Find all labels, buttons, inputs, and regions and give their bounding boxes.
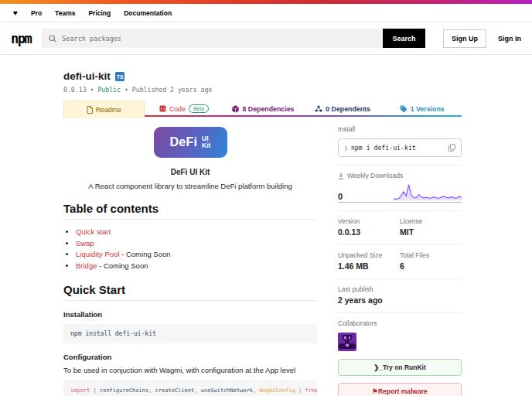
package-header: defi-ui-kit TS 0.0.13 • Public • Publish… [63, 55, 462, 94]
package-visibility: Public [97, 86, 121, 94]
logo-text-main: DeFi [170, 135, 197, 149]
list-item: Swap [76, 238, 317, 250]
readme-file-icon [87, 106, 93, 114]
code-file-icon [159, 105, 166, 112]
tab-dependencies-label: 8 Dependencies [242, 105, 294, 113]
copy-icon[interactable] [448, 144, 455, 152]
network-icon [315, 105, 322, 112]
toc-suffix: - Coming Soon [97, 261, 148, 270]
code-token: import [70, 387, 90, 394]
toc-link-quick-start[interactable]: Quick start [76, 227, 111, 236]
code-token: from [305, 387, 317, 394]
npm-logo[interactable]: npm [11, 31, 31, 46]
code-token: , [194, 387, 200, 394]
tab-code[interactable]: Code Beta [145, 101, 224, 117]
version-label: Version [338, 217, 400, 225]
tab-versions[interactable]: 1 Versions [382, 101, 462, 117]
search-bar[interactable] [42, 29, 383, 48]
code-token: , [253, 387, 259, 394]
tab-dependents-label: 0 Dependents [326, 105, 370, 113]
list-item: Liquidity Pool - Coming Soon [76, 249, 317, 261]
code-token: { [90, 387, 100, 394]
package-version: 0.0.13 [63, 86, 87, 94]
logo-text-stack: UI Kit [202, 135, 210, 149]
toc-list: Quick start Swap Liquidity Pool - Coming… [76, 227, 317, 271]
download-icon [338, 172, 344, 179]
heart-icon[interactable]: ♥ [13, 9, 18, 17]
unpacked-size-label: Unpacked Size [338, 251, 400, 259]
readme-subtitle: A React component library to streamline … [63, 182, 317, 190]
last-publish-label: Last publish [338, 285, 462, 293]
toc-suffix: - Coming Soon [120, 250, 171, 258]
divider [338, 312, 462, 313]
tab-readme[interactable]: Readme [63, 101, 145, 118]
weekly-downloads-label: Weekly Downloads [347, 172, 403, 179]
signup-button[interactable]: Sign Up [443, 29, 486, 48]
toc-link-swap[interactable]: Swap [76, 239, 94, 248]
signin-link[interactable]: Sign In [498, 35, 521, 43]
package-tabs: Readme Code Beta 8 Dependencies [63, 101, 462, 117]
report-malware-button[interactable]: ⚑Report malware [338, 383, 462, 396]
configuration-heading: Configuration [63, 353, 317, 361]
flag-icon: ⚑ [372, 387, 378, 395]
install-command-box[interactable]: ❯npm i defi-ui-kit [338, 138, 462, 157]
weekly-downloads-value: 0 [338, 192, 343, 201]
prompt-icon: ❯ [344, 144, 348, 152]
code-token: WagmiConfig [260, 387, 295, 394]
list-item: Bridge - Coming Soon [76, 261, 317, 272]
install-code-block: npm install defi-ui-kit [63, 324, 317, 343]
tab-dependents[interactable]: 0 Dependents [303, 101, 383, 117]
code-token: createClient [155, 387, 195, 394]
divider [338, 165, 462, 166]
search-input[interactable] [62, 35, 376, 43]
search-button[interactable]: Search [383, 29, 425, 48]
nav-item-pro[interactable]: Pro [31, 9, 42, 17]
meta-separator: • [124, 86, 128, 94]
search-icon [49, 35, 56, 43]
report-malware-label: Report malware [378, 387, 428, 395]
toc-link-liquidity-pool[interactable]: Liquidity Pool [76, 250, 120, 258]
page-content: defi-ui-kit TS 0.0.13 • Public • Publish… [0, 55, 532, 396]
tab-versions-label: 1 Versions [411, 105, 445, 113]
cube-icon [232, 105, 239, 113]
nav-item-documentation[interactable]: Documentation [124, 9, 172, 17]
divider [338, 244, 462, 245]
tab-readme-label: Readme [96, 106, 121, 114]
list-item: Quick start [76, 227, 317, 238]
nav-item-teams[interactable]: Teams [55, 9, 75, 17]
install-label: Install [338, 125, 462, 133]
toc-link-bridge[interactable]: Bridge [76, 261, 97, 270]
version-value: 0.0.13 [338, 227, 400, 237]
configuration-text: To be used in conjuction with Wagmi, wit… [63, 366, 317, 374]
meta-separator: • [90, 86, 94, 94]
toc-heading: Table of contents [63, 202, 317, 220]
nav-item-pricing[interactable]: Pricing [88, 9, 111, 17]
typescript-badge-icon[interactable]: TS [115, 72, 124, 81]
package-name: defi-ui-kit [63, 70, 111, 82]
terminal-prompt-icon: ❯_ [373, 364, 383, 371]
total-files-value: 6 [400, 261, 462, 271]
imports-code-block: import { configureChains, createClient, … [63, 380, 317, 396]
total-files-label: Total Files [400, 251, 462, 259]
installation-heading: Installation [63, 310, 317, 319]
package-sidebar: Install ❯npm i defi-ui-kit Weekly Downlo… [338, 125, 462, 396]
logo-text-kit: Kit [202, 142, 210, 149]
install-command: ❯npm i defi-ui-kit [344, 144, 416, 152]
tag-icon [400, 105, 408, 113]
code-line: import { configureChains, createClient, … [70, 387, 310, 396]
search-header: npm Search Sign Up Sign In [0, 22, 532, 55]
code-token: , [148, 387, 155, 394]
divider [338, 278, 462, 279]
code-token: useSwitchNetwork [201, 387, 253, 394]
code-token: configureChains [100, 387, 148, 394]
try-on-runkit-button[interactable]: ❯_Try on RunKit [338, 359, 462, 376]
unpacked-size-value: 1.46 MB [338, 261, 400, 271]
divider [338, 210, 462, 211]
downloads-sparkline-chart [394, 183, 462, 201]
package-published: Published 2 years ago [132, 86, 213, 94]
tab-dependencies[interactable]: 8 Dependencies [223, 101, 303, 117]
beta-badge: Beta [189, 104, 209, 113]
last-publish-value: 2 years ago [338, 295, 462, 305]
readme-title: DeFi UI Kit [63, 168, 317, 176]
collaborator-avatar[interactable] [338, 333, 356, 351]
